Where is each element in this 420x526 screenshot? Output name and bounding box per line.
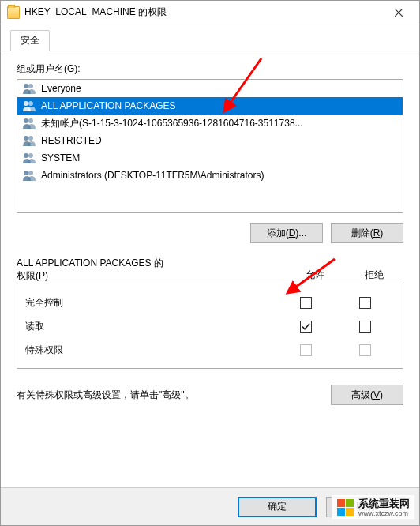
ok-button[interactable]: 确定	[238, 497, 317, 517]
svg-point-5	[28, 101, 33, 106]
svg-point-8	[24, 136, 28, 141]
list-item-label: RESTRICTED	[41, 135, 102, 146]
allow-cell	[276, 297, 336, 309]
close-icon	[395, 9, 403, 17]
svg-point-3	[28, 84, 33, 88]
permission-name: 读取	[25, 320, 276, 333]
list-item-label: Everyone	[41, 83, 81, 94]
allow-cell	[276, 321, 336, 333]
permission-name: 完全控制	[25, 296, 276, 310]
checkbox[interactable]	[300, 297, 312, 309]
checkbox	[300, 344, 312, 356]
permissions-label: ALL APPLICATION PACKAGES 的 权限(P)	[17, 257, 285, 282]
groups-label-text: 组或用户名(	[17, 63, 67, 74]
permission-row: 完全控制	[25, 291, 395, 314]
remove-button[interactable]: 删除(R)	[331, 223, 403, 243]
list-item[interactable]: ALL APPLICATION PACKAGES	[17, 97, 403, 115]
advanced-info-text: 有关特殊权限或高级设置，请单击"高级"。	[17, 389, 321, 402]
list-item[interactable]: RESTRICTED	[17, 132, 403, 149]
permission-row: 读取	[25, 314, 395, 338]
groups-label-key: G	[67, 63, 74, 74]
group-icon	[22, 118, 36, 129]
groups-label: 组或用户名(G):	[17, 62, 403, 76]
list-item-label: Administrators (DESKTOP-11TFR5M\Administ…	[41, 170, 264, 181]
list-item-label: ALL APPLICATION PACKAGES	[41, 100, 176, 111]
checkbox[interactable]	[359, 297, 371, 309]
close-button[interactable]	[381, 2, 416, 24]
svg-point-12	[24, 171, 28, 175]
watermark-title: 系统重装网	[358, 498, 410, 509]
list-item[interactable]: SYSTEM	[17, 149, 403, 167]
security-panel: 组或用户名(G): EveryoneALL APPLICATION PACKAG…	[1, 51, 419, 437]
svg-point-2	[24, 84, 28, 88]
deny-cell	[336, 344, 395, 356]
permission-name: 特殊权限	[25, 344, 276, 357]
svg-point-11	[28, 153, 33, 158]
deny-header: 拒绝	[344, 269, 403, 282]
checkbox	[359, 344, 371, 356]
list-item[interactable]: 未知帐户(S-1-15-3-1024-1065365936-1281604716…	[17, 115, 403, 132]
svg-point-7	[28, 118, 33, 123]
svg-point-10	[24, 153, 28, 158]
checkbox[interactable]	[359, 321, 371, 333]
svg-point-13	[28, 171, 33, 175]
watermark-url: www.xtczw.com	[358, 509, 410, 517]
tab-security[interactable]: 安全	[10, 30, 50, 51]
list-item-label: 未知帐户(S-1-15-3-1024-1065365936-1281604716…	[41, 117, 303, 130]
watermark: 系统重装网 www.xtczw.com	[332, 495, 414, 519]
checkbox[interactable]	[300, 321, 312, 333]
permission-row: 特殊权限	[25, 338, 395, 362]
list-item[interactable]: Everyone	[17, 80, 403, 97]
group-icon	[22, 170, 36, 181]
permissions-header: ALL APPLICATION PACKAGES 的 权限(P) 允许 拒绝	[17, 257, 403, 282]
tab-strip: 安全	[1, 24, 419, 51]
deny-cell	[336, 321, 395, 333]
group-icon	[22, 83, 36, 94]
allow-header: 允许	[285, 269, 344, 282]
add-button[interactable]: 添加(D)...	[250, 223, 323, 243]
advanced-button[interactable]: 高级(V)	[331, 385, 403, 405]
svg-point-4	[24, 101, 28, 106]
groups-label-suffix: ):	[74, 63, 80, 74]
window-title: HKEY_LOCAL_MACHINE 的权限	[24, 6, 381, 19]
watermark-logo-icon	[336, 498, 354, 516]
group-icon	[22, 135, 36, 146]
folder-icon	[7, 6, 20, 19]
svg-point-9	[28, 136, 33, 141]
group-buttons: 添加(D)... 删除(R)	[17, 223, 403, 243]
group-icon	[22, 100, 36, 111]
advanced-row: 有关特殊权限或高级设置，请单击"高级"。 高级(V)	[17, 385, 403, 405]
group-icon	[22, 152, 36, 163]
deny-cell	[336, 297, 395, 309]
list-item-label: SYSTEM	[41, 152, 80, 163]
groups-listbox[interactable]: EveryoneALL APPLICATION PACKAGES未知帐户(S-1…	[17, 79, 403, 213]
permissions-box: 完全控制读取特殊权限	[17, 284, 403, 369]
list-item[interactable]: Administrators (DESKTOP-11TFR5M\Administ…	[17, 167, 403, 184]
svg-point-6	[24, 118, 28, 123]
title-bar: HKEY_LOCAL_MACHINE 的权限	[1, 1, 419, 24]
allow-cell	[276, 344, 336, 356]
